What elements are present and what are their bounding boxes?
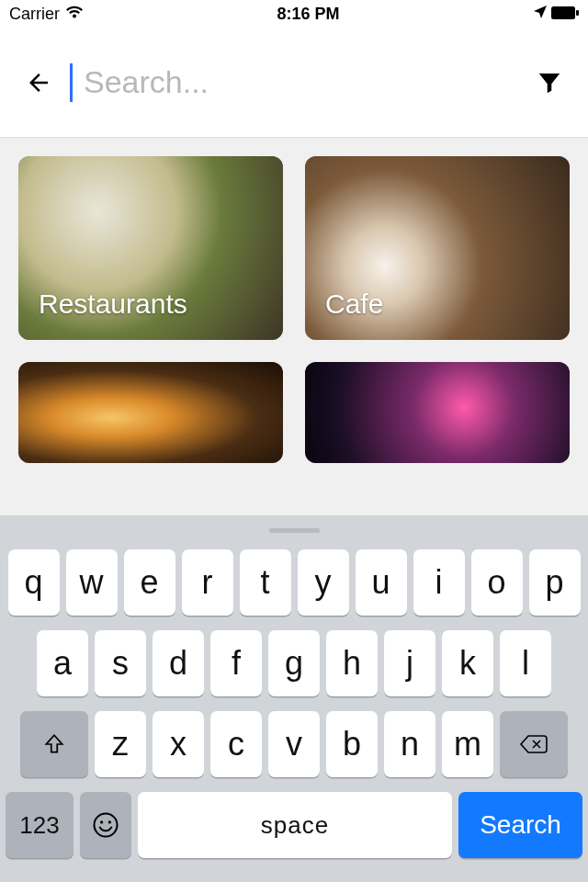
- keyboard-row-1: q w e r t y u i o p: [0, 549, 588, 616]
- key-backspace[interactable]: [500, 711, 568, 777]
- key-z[interactable]: z: [95, 711, 146, 777]
- text-cursor: [70, 63, 73, 102]
- key-j[interactable]: j: [384, 630, 435, 696]
- status-bar: Carrier 8:16 PM: [0, 0, 588, 28]
- keyboard-row-2: a s d f g h j k l: [0, 630, 588, 696]
- key-r[interactable]: r: [182, 549, 233, 616]
- category-grid: Restaurants Cafe: [0, 138, 588, 481]
- filter-button[interactable]: [531, 64, 568, 101]
- card-label: Cafe: [325, 288, 383, 320]
- location-icon: [533, 5, 548, 24]
- svg-rect-1: [576, 10, 579, 16]
- key-k[interactable]: k: [442, 630, 493, 696]
- key-t[interactable]: t: [240, 549, 291, 616]
- card-image: [305, 362, 570, 463]
- key-p[interactable]: p: [529, 549, 581, 616]
- key-x[interactable]: x: [153, 711, 204, 777]
- svg-point-2: [95, 814, 118, 837]
- key-l[interactable]: l: [500, 630, 551, 696]
- key-i[interactable]: i: [413, 549, 465, 616]
- key-f[interactable]: f: [210, 630, 262, 696]
- key-y[interactable]: y: [298, 549, 349, 616]
- card-label: Restaurants: [39, 288, 187, 320]
- search-bar: [0, 28, 588, 138]
- card-image: [18, 362, 283, 463]
- key-shift[interactable]: [20, 711, 88, 777]
- battery-icon: [551, 5, 579, 24]
- key-search[interactable]: Search: [458, 792, 582, 858]
- search-input[interactable]: [84, 64, 531, 100]
- key-emoji[interactable]: [80, 792, 131, 858]
- key-o[interactable]: o: [471, 549, 523, 616]
- key-u[interactable]: u: [356, 549, 407, 616]
- keyboard-row-4: 123 space Search: [0, 792, 588, 867]
- key-q[interactable]: q: [8, 549, 60, 616]
- keyboard-row-3: z x c v b n m: [0, 711, 588, 777]
- key-d[interactable]: d: [153, 630, 204, 696]
- key-s[interactable]: s: [95, 630, 146, 696]
- key-numbers[interactable]: 123: [6, 792, 74, 858]
- key-v[interactable]: v: [268, 711, 320, 777]
- svg-rect-0: [551, 6, 575, 19]
- key-g[interactable]: g: [268, 630, 320, 696]
- key-space[interactable]: space: [138, 792, 452, 858]
- key-n[interactable]: n: [384, 711, 435, 777]
- key-m[interactable]: m: [442, 711, 493, 777]
- category-card-restaurants[interactable]: Restaurants: [18, 156, 283, 340]
- key-b[interactable]: b: [326, 711, 378, 777]
- svg-point-4: [108, 820, 111, 823]
- wifi-icon: [65, 5, 84, 24]
- svg-point-3: [100, 820, 103, 823]
- category-card[interactable]: [18, 362, 283, 463]
- key-e[interactable]: e: [124, 549, 175, 616]
- back-button[interactable]: [20, 64, 57, 101]
- key-h[interactable]: h: [326, 630, 378, 696]
- category-card-cafe[interactable]: Cafe: [305, 156, 570, 340]
- key-a[interactable]: a: [37, 630, 88, 696]
- keyboard-handle[interactable]: [269, 528, 320, 533]
- key-c[interactable]: c: [210, 711, 262, 777]
- key-w[interactable]: w: [66, 549, 118, 616]
- clock: 8:16 PM: [84, 5, 533, 24]
- category-card[interactable]: [305, 362, 570, 463]
- keyboard: q w e r t y u i o p a s d f g h j k l z …: [0, 515, 588, 882]
- carrier-label: Carrier: [9, 5, 60, 24]
